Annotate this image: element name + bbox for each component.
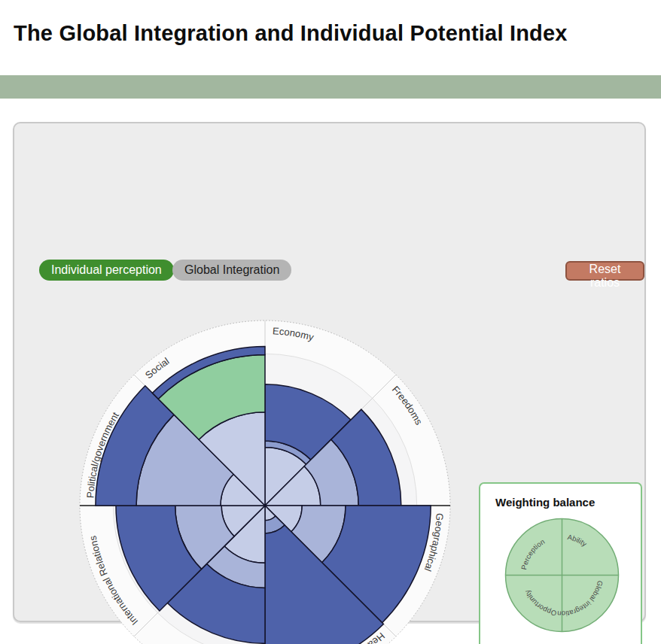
weighting-balance-pie[interactable]: AbilityGlobal integrationOpportunityPerc… [501, 514, 623, 636]
tab-global-integration[interactable]: Global Integration [172, 260, 291, 281]
weighting-balance-card: Weighting balance AbilityGlobal integrat… [479, 482, 642, 644]
header-band [0, 75, 661, 99]
page-title: The Global Integration and Individual Po… [14, 21, 568, 46]
tab-individual-perception[interactable]: Individual perception [39, 260, 174, 281]
index-wheel-chart[interactable]: EconomyFreedomsGeographicalHealthHuman c… [77, 317, 453, 644]
index-panel: Individual perception Global Integration… [13, 122, 646, 622]
reset-ratios-button[interactable]: Reset ratios [565, 261, 644, 281]
weighting-balance-title: Weighting balance [495, 496, 641, 509]
